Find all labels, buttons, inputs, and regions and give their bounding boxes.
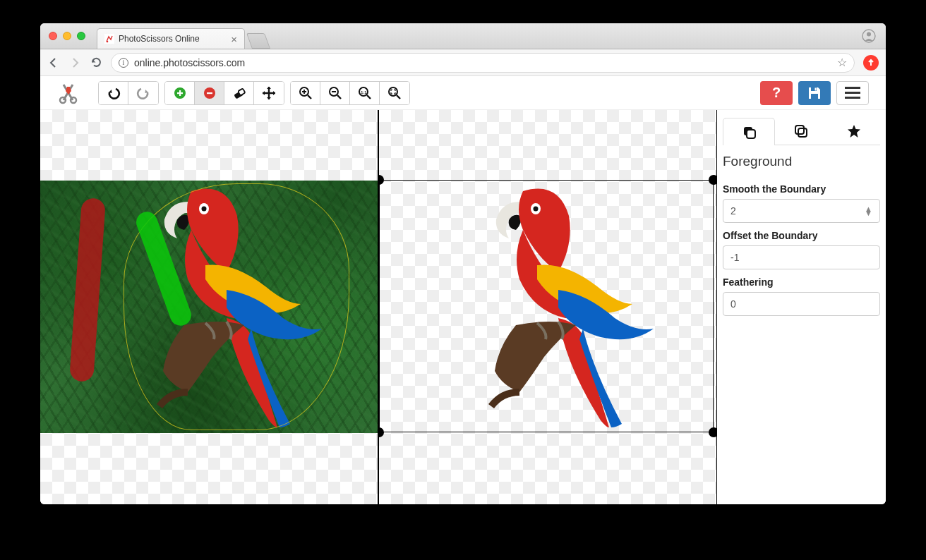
browser-window: PhotoScissors Online × i online.photosci…	[40, 23, 886, 504]
url-text: online.photoscissors.com	[134, 57, 245, 68]
save-icon	[807, 85, 822, 101]
svg-point-16	[389, 87, 397, 96]
minimize-window-button[interactable]	[63, 32, 71, 40]
crop-handle-tr[interactable]	[709, 175, 716, 185]
redo-button[interactable]	[128, 82, 158, 104]
marker-group	[164, 81, 284, 105]
panel-title: Foreground	[723, 154, 880, 169]
app-toolbar: 1:1 ?	[40, 76, 886, 110]
background-marker-button[interactable]	[195, 82, 224, 104]
help-icon: ?	[772, 85, 781, 101]
zoom-fit-button[interactable]	[380, 82, 409, 104]
svg-rect-27	[798, 128, 807, 137]
svg-rect-19	[815, 87, 817, 90]
help-button[interactable]: ?	[760, 81, 793, 105]
eraser-button[interactable]	[224, 82, 254, 104]
extension-button[interactable]	[863, 55, 879, 71]
feathering-value: 0	[730, 298, 736, 310]
browser-tab-active[interactable]: PhotoScissors Online ×	[97, 28, 245, 49]
main-area: Foreground Smooth the Boundary 2 ▲▼ Offs…	[40, 110, 886, 504]
panel-tabs	[723, 117, 880, 145]
feathering-label: Feathering	[723, 276, 880, 288]
svg-rect-26	[795, 126, 804, 134]
url-field[interactable]: i online.photoscissors.com ☆	[111, 53, 855, 73]
menu-button[interactable]	[836, 81, 869, 105]
undo-button[interactable]	[99, 82, 128, 104]
svg-rect-18	[811, 94, 818, 99]
smooth-label: Smooth the Boundary	[723, 183, 880, 195]
svg-rect-7	[179, 90, 181, 96]
properties-panel: Foreground Smooth the Boundary 2 ▲▼ Offs…	[716, 110, 886, 504]
zoom-in-button[interactable]	[291, 82, 320, 104]
close-window-button[interactable]	[49, 32, 57, 40]
address-bar: i online.photoscissors.com ☆	[40, 49, 886, 76]
svg-rect-25	[747, 130, 755, 138]
svg-point-21	[202, 207, 207, 212]
move-button[interactable]	[254, 82, 284, 104]
crop-handle-br[interactable]	[709, 427, 716, 437]
offset-value: -1	[730, 252, 739, 263]
zoom-group: 1:1	[290, 81, 410, 105]
tab-background[interactable]	[775, 117, 827, 145]
source-image	[40, 181, 378, 433]
svg-point-4	[71, 97, 76, 103]
save-button[interactable]	[798, 81, 831, 105]
bookmark-icon[interactable]: ☆	[837, 56, 847, 69]
smooth-select[interactable]: 2 ▲▼	[723, 199, 880, 223]
profile-icon[interactable]	[862, 29, 876, 43]
zoom-out-button[interactable]	[320, 82, 350, 104]
browser-tabs: PhotoScissors Online ×	[97, 23, 267, 49]
favicon-icon	[104, 34, 114, 44]
svg-point-3	[60, 97, 66, 103]
zoom-actual-button[interactable]: 1:1	[350, 82, 380, 104]
tab-effects[interactable]	[828, 117, 880, 145]
svg-rect-9	[207, 92, 212, 94]
canvas-area	[40, 110, 716, 504]
titlebar: PhotoScissors Online ×	[40, 23, 886, 49]
app-logo-icon	[57, 82, 80, 104]
svg-text:1:1: 1:1	[361, 90, 366, 94]
crop-rectangle[interactable]	[379, 180, 714, 432]
maximize-window-button[interactable]	[77, 32, 85, 40]
reload-button[interactable]	[90, 56, 102, 69]
site-info-icon[interactable]: i	[119, 58, 128, 68]
new-tab-button[interactable]	[246, 33, 270, 49]
offset-label: Offset the Boundary	[723, 230, 880, 241]
star-tab-icon	[846, 123, 862, 139]
source-pane[interactable]	[40, 110, 379, 504]
background-tab-icon	[793, 123, 809, 139]
smooth-value: 2	[730, 205, 736, 217]
select-caret-icon: ▲▼	[865, 207, 872, 215]
history-group	[98, 81, 159, 105]
foreground-tab-icon	[741, 124, 757, 140]
tab-foreground[interactable]	[723, 118, 775, 145]
back-button[interactable]	[47, 56, 60, 69]
window-controls	[49, 32, 85, 40]
result-pane[interactable]	[379, 110, 716, 504]
svg-point-2	[867, 32, 871, 37]
feathering-input[interactable]: 0	[723, 292, 880, 316]
foreground-marker-button[interactable]	[165, 82, 195, 104]
tab-close-icon[interactable]: ×	[231, 33, 237, 45]
forward-button[interactable]	[68, 56, 81, 69]
offset-input[interactable]: -1	[723, 245, 880, 269]
tab-title: PhotoScissors Online	[119, 34, 200, 44]
svg-point-0	[107, 41, 109, 43]
